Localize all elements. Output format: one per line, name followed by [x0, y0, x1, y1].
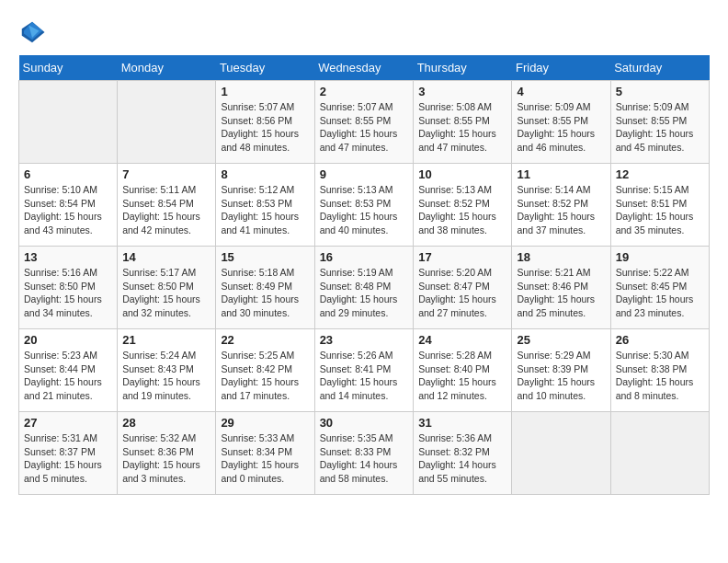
- calendar-cell: 21Sunrise: 5:24 AM Sunset: 8:43 PM Dayli…: [118, 329, 216, 412]
- day-info: Sunrise: 5:17 AM Sunset: 8:50 PM Dayligh…: [122, 266, 210, 320]
- calendar-cell: 16Sunrise: 5:19 AM Sunset: 8:48 PM Dayli…: [314, 247, 414, 329]
- day-number: 19: [616, 250, 704, 264]
- day-number: 20: [24, 333, 112, 347]
- day-number: 26: [616, 333, 704, 347]
- day-info: Sunrise: 5:12 AM Sunset: 8:53 PM Dayligh…: [221, 183, 309, 237]
- day-number: 15: [221, 250, 309, 264]
- calendar-cell: 11Sunrise: 5:14 AM Sunset: 8:52 PM Dayli…: [512, 164, 610, 247]
- calendar-week-2: 6Sunrise: 5:10 AM Sunset: 8:54 PM Daylig…: [19, 164, 710, 247]
- calendar-week-3: 13Sunrise: 5:16 AM Sunset: 8:50 PM Dayli…: [19, 247, 710, 329]
- day-header-saturday: Saturday: [610, 55, 709, 81]
- day-number: 1: [221, 85, 309, 98]
- day-info: Sunrise: 5:21 AM Sunset: 8:46 PM Dayligh…: [517, 266, 605, 320]
- day-info: Sunrise: 5:23 AM Sunset: 8:44 PM Dayligh…: [24, 349, 112, 403]
- day-info: Sunrise: 5:31 AM Sunset: 8:37 PM Dayligh…: [24, 431, 112, 486]
- calendar-cell: [19, 81, 118, 164]
- calendar-cell: 13Sunrise: 5:16 AM Sunset: 8:50 PM Dayli…: [19, 247, 118, 329]
- day-number: 17: [418, 250, 506, 264]
- day-number: 4: [517, 85, 605, 98]
- day-info: Sunrise: 5:08 AM Sunset: 8:55 PM Dayligh…: [418, 100, 506, 155]
- day-number: 30: [320, 416, 409, 430]
- calendar-cell: 29Sunrise: 5:33 AM Sunset: 8:34 PM Dayli…: [216, 412, 314, 495]
- day-info: Sunrise: 5:32 AM Sunset: 8:36 PM Dayligh…: [122, 431, 210, 486]
- day-number: 9: [320, 167, 409, 181]
- day-info: Sunrise: 5:16 AM Sunset: 8:50 PM Dayligh…: [24, 266, 112, 320]
- calendar-cell: 2Sunrise: 5:07 AM Sunset: 8:55 PM Daylig…: [314, 81, 414, 164]
- logo: [18, 18, 50, 46]
- day-info: Sunrise: 5:11 AM Sunset: 8:54 PM Dayligh…: [122, 183, 210, 237]
- day-number: 2: [320, 85, 409, 98]
- day-info: Sunrise: 5:13 AM Sunset: 8:53 PM Dayligh…: [320, 183, 409, 237]
- day-number: 23: [320, 333, 409, 347]
- calendar-cell: 8Sunrise: 5:12 AM Sunset: 8:53 PM Daylig…: [216, 164, 314, 247]
- day-info: Sunrise: 5:07 AM Sunset: 8:55 PM Dayligh…: [320, 100, 409, 155]
- day-number: 11: [517, 167, 605, 181]
- day-number: 10: [418, 167, 506, 181]
- day-info: Sunrise: 5:26 AM Sunset: 8:41 PM Dayligh…: [320, 349, 409, 403]
- calendar-cell: 5Sunrise: 5:09 AM Sunset: 8:55 PM Daylig…: [610, 81, 709, 164]
- calendar-week-1: 1Sunrise: 5:07 AM Sunset: 8:56 PM Daylig…: [19, 81, 710, 164]
- day-number: 18: [517, 250, 605, 264]
- day-number: 22: [221, 333, 309, 347]
- day-info: Sunrise: 5:18 AM Sunset: 8:49 PM Dayligh…: [221, 266, 309, 320]
- calendar-cell: 14Sunrise: 5:17 AM Sunset: 8:50 PM Dayli…: [118, 247, 216, 329]
- calendar-body: 1Sunrise: 5:07 AM Sunset: 8:56 PM Daylig…: [19, 81, 710, 495]
- day-info: Sunrise: 5:09 AM Sunset: 8:55 PM Dayligh…: [517, 100, 605, 155]
- calendar-cell: [118, 81, 216, 164]
- day-header-sunday: Sunday: [19, 55, 118, 81]
- day-info: Sunrise: 5:30 AM Sunset: 8:38 PM Dayligh…: [616, 349, 704, 403]
- day-number: 28: [122, 416, 210, 430]
- day-number: 31: [418, 416, 506, 430]
- logo-icon: [18, 18, 46, 46]
- day-info: Sunrise: 5:10 AM Sunset: 8:54 PM Dayligh…: [24, 183, 112, 237]
- day-info: Sunrise: 5:29 AM Sunset: 8:39 PM Dayligh…: [517, 349, 605, 403]
- day-info: Sunrise: 5:19 AM Sunset: 8:48 PM Dayligh…: [320, 266, 409, 320]
- calendar-cell: 12Sunrise: 5:15 AM Sunset: 8:51 PM Dayli…: [610, 164, 709, 247]
- calendar-table: SundayMondayTuesdayWednesdayThursdayFrid…: [18, 55, 710, 495]
- calendar-cell: 10Sunrise: 5:13 AM Sunset: 8:52 PM Dayli…: [414, 164, 512, 247]
- day-number: 24: [418, 333, 506, 347]
- day-info: Sunrise: 5:25 AM Sunset: 8:42 PM Dayligh…: [221, 349, 309, 403]
- calendar-cell: 26Sunrise: 5:30 AM Sunset: 8:38 PM Dayli…: [610, 329, 709, 412]
- day-number: 16: [320, 250, 409, 264]
- day-info: Sunrise: 5:36 AM Sunset: 8:32 PM Dayligh…: [418, 431, 506, 486]
- calendar-cell: 22Sunrise: 5:25 AM Sunset: 8:42 PM Dayli…: [216, 329, 314, 412]
- calendar-cell: 20Sunrise: 5:23 AM Sunset: 8:44 PM Dayli…: [19, 329, 118, 412]
- day-info: Sunrise: 5:13 AM Sunset: 8:52 PM Dayligh…: [418, 183, 506, 237]
- calendar-cell: 24Sunrise: 5:28 AM Sunset: 8:40 PM Dayli…: [414, 329, 512, 412]
- day-number: 6: [24, 167, 112, 181]
- day-number: 7: [122, 167, 210, 181]
- day-header-wednesday: Wednesday: [314, 55, 414, 81]
- day-number: 5: [616, 85, 704, 98]
- calendar-week-5: 27Sunrise: 5:31 AM Sunset: 8:37 PM Dayli…: [19, 412, 710, 495]
- calendar-header-row: SundayMondayTuesdayWednesdayThursdayFrid…: [19, 55, 710, 81]
- calendar-cell: 15Sunrise: 5:18 AM Sunset: 8:49 PM Dayli…: [216, 247, 314, 329]
- calendar-cell: [512, 412, 610, 495]
- calendar-cell: 3Sunrise: 5:08 AM Sunset: 8:55 PM Daylig…: [414, 81, 512, 164]
- day-header-friday: Friday: [512, 55, 610, 81]
- calendar-cell: 1Sunrise: 5:07 AM Sunset: 8:56 PM Daylig…: [216, 81, 314, 164]
- day-number: 21: [122, 333, 210, 347]
- day-info: Sunrise: 5:07 AM Sunset: 8:56 PM Dayligh…: [221, 100, 309, 155]
- calendar-cell: 27Sunrise: 5:31 AM Sunset: 8:37 PM Dayli…: [19, 412, 118, 495]
- calendar-cell: 7Sunrise: 5:11 AM Sunset: 8:54 PM Daylig…: [118, 164, 216, 247]
- calendar-cell: 25Sunrise: 5:29 AM Sunset: 8:39 PM Dayli…: [512, 329, 610, 412]
- calendar-cell: [610, 412, 709, 495]
- day-info: Sunrise: 5:35 AM Sunset: 8:33 PM Dayligh…: [320, 431, 409, 486]
- day-info: Sunrise: 5:28 AM Sunset: 8:40 PM Dayligh…: [418, 349, 506, 403]
- day-number: 8: [221, 167, 309, 181]
- day-number: 29: [221, 416, 309, 430]
- day-info: Sunrise: 5:15 AM Sunset: 8:51 PM Dayligh…: [616, 183, 704, 237]
- day-number: 13: [24, 250, 112, 264]
- page-header: [18, 18, 710, 46]
- day-info: Sunrise: 5:24 AM Sunset: 8:43 PM Dayligh…: [122, 349, 210, 403]
- day-info: Sunrise: 5:09 AM Sunset: 8:55 PM Dayligh…: [616, 100, 704, 155]
- calendar-cell: 9Sunrise: 5:13 AM Sunset: 8:53 PM Daylig…: [314, 164, 414, 247]
- calendar-cell: 30Sunrise: 5:35 AM Sunset: 8:33 PM Dayli…: [314, 412, 414, 495]
- day-header-thursday: Thursday: [414, 55, 512, 81]
- calendar-cell: 18Sunrise: 5:21 AM Sunset: 8:46 PM Dayli…: [512, 247, 610, 329]
- day-header-tuesday: Tuesday: [216, 55, 314, 81]
- day-number: 12: [616, 167, 704, 181]
- day-info: Sunrise: 5:14 AM Sunset: 8:52 PM Dayligh…: [517, 183, 605, 237]
- day-info: Sunrise: 5:22 AM Sunset: 8:45 PM Dayligh…: [616, 266, 704, 320]
